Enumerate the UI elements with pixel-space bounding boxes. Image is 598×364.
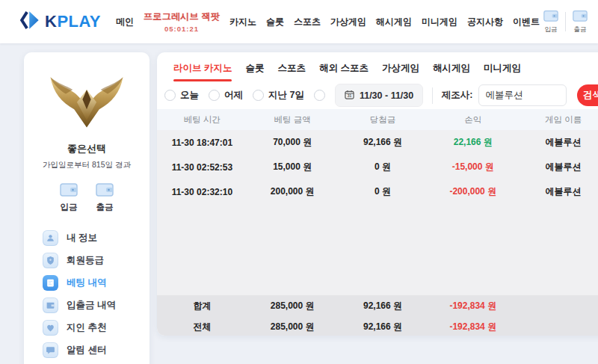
calendar-icon: 31 — [345, 90, 354, 102]
cell-winnings: 0 원 — [338, 185, 428, 198]
cell-winnings: 0 원 — [338, 161, 428, 173]
table-row: 11-30 18:47:01 70,000 원 92,166 원 22,166 … — [157, 130, 598, 155]
table-row: 11-30 02:32:10 200,000 원 0 원 -200,000 원 … — [157, 179, 598, 204]
summary-row-overall: 전체 285,000 원 92,166 원 -192,834 원 — [157, 316, 598, 336]
sidebar: 좋은선택 가입일로부터 815일 경과 입금 출금 — [24, 52, 150, 364]
cell-profit: -200,000 원 — [428, 185, 518, 198]
sidebar-item-referral[interactable]: 지인 추천 — [43, 316, 150, 339]
table-header-cell: 당첨금 — [338, 114, 428, 126]
date-range-value: 11/30 - 11/30 — [360, 90, 413, 101]
wallet-icon — [573, 9, 588, 25]
nav-item-main[interactable]: 메인 — [116, 16, 134, 28]
summary-profit: -192,834 원 — [428, 321, 518, 333]
tab-mini-games[interactable]: 미니게임 — [484, 62, 521, 81]
person-icon — [43, 230, 58, 246]
quick-actions: 입금 출금 — [543, 9, 588, 34]
nav-item-hash-games[interactable]: 해시게임 — [376, 16, 412, 28]
tab-overseas-sports[interactable]: 해외 스포츠 — [319, 62, 369, 81]
top-bar: KPLAY 메인 프로그레시브 잭팟 05:01:21 카지노 슬롯 스포츠 가… — [0, 0, 598, 43]
jackpot-label: 프로그레시브 잭팟 — [144, 10, 220, 23]
cell-game-name: 에볼루션 — [518, 136, 598, 149]
nav-item-casino[interactable]: 카지노 — [229, 16, 256, 28]
summary-bet-amount: 285,000 원 — [247, 300, 338, 312]
main-nav: 메인 프로그레시브 잭팟 05:01:21 카지노 슬롯 스포츠 가상게임 해시… — [116, 10, 543, 33]
sidebar-withdraw-button[interactable]: 출금 — [96, 182, 114, 213]
summary-row-subtotal: 합계 285,000 원 92,166 원 -192,834 원 — [157, 295, 598, 316]
tab-slots[interactable]: 슬롯 — [245, 62, 264, 81]
table-header-cell: 손익 — [428, 114, 518, 126]
sidebar-item-transaction-history[interactable]: 입출금 내역 — [43, 294, 150, 316]
cell-bet-amount: 70,000 원 — [247, 136, 338, 149]
cell-bet-time: 11-30 18:47:01 — [157, 138, 247, 148]
wallet-icon — [43, 297, 58, 313]
kplay-logo-icon — [19, 10, 40, 34]
tab-live-casino[interactable]: 라이브 카지노 — [173, 62, 232, 81]
cell-bet-time: 11-30 02:52:53 — [157, 162, 247, 173]
sidebar-actions: 입금 출금 — [24, 182, 150, 213]
kplay-logo[interactable]: KPLAY — [19, 10, 101, 34]
cell-winnings: 92,166 원 — [338, 136, 428, 149]
summary-profit: -192,834 원 — [428, 300, 518, 312]
date-range-picker[interactable]: 31 11/30 - 11/30 — [335, 84, 423, 107]
sidebar-item-betting-history[interactable]: 베팅 내역 — [43, 271, 150, 294]
table-row: 11-30 02:52:53 15,000 원 0 원 -15,000 원 에볼… — [157, 155, 598, 179]
tab-hash-games[interactable]: 해시게임 — [433, 62, 470, 81]
radio-circle — [253, 90, 264, 101]
divider — [432, 87, 433, 104]
nav-item-slots[interactable]: 슬롯 — [266, 16, 284, 28]
nav-item-notice[interactable]: 공지사항 — [467, 16, 503, 28]
summary-winnings: 92,166 원 — [338, 321, 428, 333]
manufacturer-input[interactable] — [478, 84, 567, 106]
rank-emblem — [24, 52, 150, 135]
radio-today[interactable]: 오늘 — [164, 89, 199, 102]
nav-item-progressive-jackpot[interactable]: 프로그레시브 잭팟 05:01:21 — [144, 10, 220, 33]
shield-icon — [43, 253, 58, 268]
betting-history-icon — [43, 275, 58, 291]
jackpot-timer: 05:01:21 — [164, 25, 199, 33]
sidebar-item-member-grade[interactable]: 회원등급 — [43, 249, 150, 271]
radio-last-7-days[interactable]: 지난 7일 — [253, 89, 304, 102]
tab-virtual-games[interactable]: 가상게임 — [382, 62, 419, 81]
nav-item-virtual-games[interactable]: 가상게임 — [330, 16, 366, 28]
header-deposit-button[interactable]: 입금 — [543, 9, 558, 34]
manufacturer-label: 제조사: — [442, 89, 473, 102]
table-header-cell: 베팅 금액 — [247, 114, 338, 126]
cell-bet-amount: 200,000 원 — [247, 185, 338, 198]
summary-bet-amount: 285,000 원 — [247, 321, 338, 333]
radio-yesterday[interactable]: 어제 — [209, 89, 243, 102]
betting-history-panel: 라이브 카지노 슬롯 스포츠 해외 스포츠 가상게임 해시게임 미니게임 오늘 … — [157, 52, 598, 336]
game-category-tabs: 라이브 카지노 슬롯 스포츠 해외 스포츠 가상게임 해시게임 미니게임 — [157, 52, 598, 81]
table-body: 11-30 18:47:01 70,000 원 92,166 원 22,166 … — [157, 130, 598, 295]
table-header-cell: 베팅 시간 — [157, 114, 247, 126]
radio-circle — [209, 90, 220, 101]
cell-game-name: 에볼루션 — [518, 161, 598, 173]
sidebar-deposit-button[interactable]: 입금 — [60, 182, 78, 213]
radio-custom-range[interactable] — [314, 90, 325, 101]
heart-icon — [43, 320, 58, 336]
nav-item-sports[interactable]: 스포츠 — [294, 16, 321, 28]
cell-profit: 22,166 원 — [428, 136, 518, 149]
cell-bet-amount: 15,000 원 — [247, 161, 338, 173]
filter-bar: 오늘 어제 지난 7일 31 11/30 - 11/30 — [157, 81, 598, 109]
cell-profit: -15,000 원 — [428, 161, 518, 173]
chat-bubble-icon — [43, 342, 58, 358]
nav-item-mini-games[interactable]: 미니게임 — [422, 16, 457, 28]
sidebar-item-notification-center[interactable]: 알림 센터 — [43, 339, 150, 361]
radio-circle — [164, 90, 176, 101]
wallet-icon — [60, 182, 78, 200]
nav-item-events[interactable]: 이벤트 — [513, 16, 540, 28]
wallet-icon — [543, 9, 558, 25]
wallet-icon — [96, 182, 114, 200]
summary-label: 합계 — [157, 300, 247, 312]
table-summary: 합계 285,000 원 92,166 원 -192,834 원 전체 285,… — [157, 295, 598, 336]
table-header-row: 베팅 시간 베팅 금액 당첨금 손익 게임 이름 — [157, 109, 598, 130]
search-button[interactable]: 검색 — [577, 84, 598, 106]
kplay-logo-text: KPLAY — [45, 12, 101, 31]
cell-game-name: 에볼루션 — [518, 185, 598, 198]
summary-label: 전체 — [157, 321, 247, 333]
sidebar-item-bonus-points[interactable]: 보너스 포인트 — [43, 361, 150, 364]
tab-sports[interactable]: 스포츠 — [277, 62, 306, 81]
header-withdraw-button[interactable]: 출금 — [573, 9, 588, 34]
sidebar-item-my-info[interactable]: 내 정보 — [43, 226, 150, 249]
table-header-cell: 게임 이름 — [518, 114, 598, 126]
